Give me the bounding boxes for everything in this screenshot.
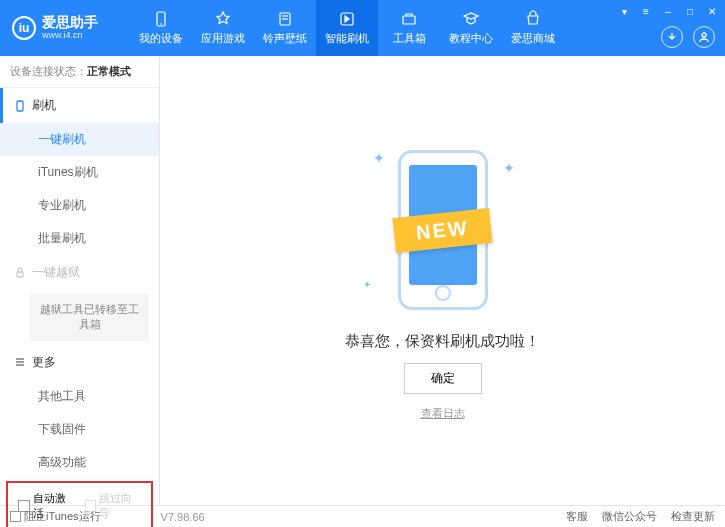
success-illustration: ✦ ✦ ✦ NEW bbox=[353, 140, 533, 320]
nav-my-device[interactable]: 我的设备 bbox=[130, 0, 192, 56]
sidebar-item-other-tools[interactable]: 其他工具 bbox=[0, 380, 159, 413]
success-message: 恭喜您，保资料刷机成功啦！ bbox=[345, 332, 540, 351]
section-jailbreak[interactable]: 一键越狱 bbox=[0, 255, 159, 290]
user-icon[interactable] bbox=[693, 26, 715, 48]
svg-point-7 bbox=[702, 33, 706, 37]
checkbox-block-itunes[interactable]: 阻止iTunes运行 bbox=[10, 509, 101, 524]
close-icon[interactable]: ✕ bbox=[705, 4, 719, 18]
logo: iu 爱思助手 www.i4.cn bbox=[0, 15, 110, 40]
main-content: ✦ ✦ ✦ NEW 恭喜您，保资料刷机成功啦！ 确定 查看日志 bbox=[160, 56, 725, 505]
view-log-link[interactable]: 查看日志 bbox=[421, 406, 465, 421]
app-title: 爱思助手 bbox=[42, 15, 98, 30]
sidebar-item-pro-flash[interactable]: 专业刷机 bbox=[0, 189, 159, 222]
section-more[interactable]: 更多 bbox=[0, 345, 159, 380]
download-icon[interactable] bbox=[661, 26, 683, 48]
nav-tutorials[interactable]: 教程中心 bbox=[440, 0, 502, 56]
flash-icon bbox=[338, 10, 356, 28]
sidebar-item-itunes-flash[interactable]: iTunes刷机 bbox=[0, 156, 159, 189]
nav-ringtones[interactable]: 铃声壁纸 bbox=[254, 0, 316, 56]
nav-toolbox[interactable]: 工具箱 bbox=[378, 0, 440, 56]
footer-support[interactable]: 客服 bbox=[566, 509, 588, 524]
confirm-button[interactable]: 确定 bbox=[404, 363, 482, 394]
app-url: www.i4.cn bbox=[42, 31, 98, 41]
nav-store[interactable]: 爱思商城 bbox=[502, 0, 564, 56]
svg-rect-8 bbox=[17, 101, 23, 111]
window-controls: ▾ ≡ – □ ✕ bbox=[617, 4, 719, 18]
svg-rect-9 bbox=[17, 272, 23, 277]
footer-check-update[interactable]: 检查更新 bbox=[671, 509, 715, 524]
footer-wechat[interactable]: 微信公众号 bbox=[602, 509, 657, 524]
flash-section-icon bbox=[14, 100, 26, 112]
tutorial-icon bbox=[462, 10, 480, 28]
connection-status: 设备连接状态：正常模式 bbox=[0, 56, 159, 88]
minimize-icon[interactable]: – bbox=[661, 4, 675, 18]
sidebar-item-batch-flash[interactable]: 批量刷机 bbox=[0, 222, 159, 255]
logo-icon: iu bbox=[12, 16, 36, 40]
lock-icon bbox=[14, 267, 26, 279]
nav-flash[interactable]: 智能刷机 bbox=[316, 0, 378, 56]
sidebar-item-oneclick-flash[interactable]: 一键刷机 bbox=[0, 123, 159, 156]
jailbreak-note: 越狱工具已转移至工具箱 bbox=[30, 294, 149, 341]
menu-icon[interactable]: ▾ bbox=[617, 4, 631, 18]
nav-apps[interactable]: 应用游戏 bbox=[192, 0, 254, 56]
toolbox-icon bbox=[400, 10, 418, 28]
device-icon bbox=[152, 10, 170, 28]
sidebar: 设备连接状态：正常模式 刷机 一键刷机 iTunes刷机 专业刷机 批量刷机 一… bbox=[0, 56, 160, 505]
section-flash[interactable]: 刷机 bbox=[0, 88, 159, 123]
sidebar-item-advanced[interactable]: 高级功能 bbox=[0, 446, 159, 479]
apps-icon bbox=[214, 10, 232, 28]
store-icon bbox=[524, 10, 542, 28]
version-label: V7.98.66 bbox=[161, 511, 205, 523]
more-icon bbox=[14, 356, 26, 368]
settings-icon[interactable]: ≡ bbox=[639, 4, 653, 18]
maximize-icon[interactable]: □ bbox=[683, 4, 697, 18]
ringtone-icon bbox=[276, 10, 294, 28]
sidebar-item-download-firmware[interactable]: 下载固件 bbox=[0, 413, 159, 446]
svg-rect-6 bbox=[403, 16, 415, 24]
app-header: iu 爱思助手 www.i4.cn 我的设备 应用游戏 铃声壁纸 智能刷机 工具… bbox=[0, 0, 725, 56]
main-nav: 我的设备 应用游戏 铃声壁纸 智能刷机 工具箱 教程中心 爱思商城 bbox=[130, 0, 564, 56]
